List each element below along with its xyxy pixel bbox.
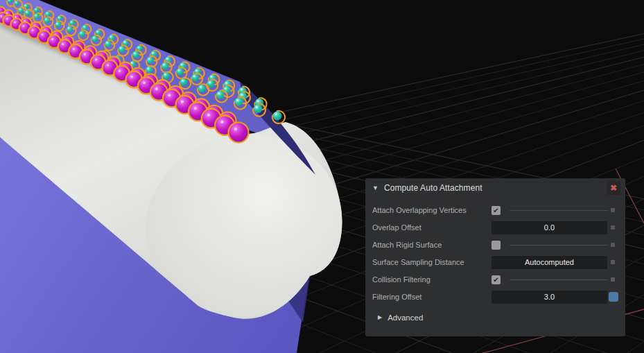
filtering-offset-field[interactable]: 3.0 — [491, 291, 607, 304]
attach-overlapping-vertices-checkbox[interactable]: ✔ — [491, 206, 501, 215]
overlap-offset-field[interactable]: 0.0 — [491, 221, 607, 234]
attach-rigid-surface-checkbox[interactable] — [491, 241, 501, 250]
row-label: Surface Sampling Distance — [372, 254, 464, 271]
reset-default-button[interactable] — [611, 243, 615, 247]
collision-filtering-checkbox[interactable]: ✔ — [491, 275, 501, 284]
row-label: Collision Filtering — [372, 271, 430, 289]
row-label: Filtering Offset — [372, 289, 421, 306]
row-label: Attach Rigid Surface — [372, 236, 442, 254]
row-label: Overlap Offset — [372, 219, 421, 236]
row-attach-rigid-surface: Attach Rigid Surface — [372, 236, 618, 254]
collapse-icon[interactable]: ▼ — [372, 184, 378, 191]
check-icon: ✔ — [491, 206, 501, 215]
row-overlap-offset: Overlap Offset 0.0 — [372, 219, 618, 236]
surface-sampling-distance-field[interactable]: Autocomputed — [491, 256, 607, 269]
slider-track — [510, 245, 608, 246]
check-icon: ✔ — [491, 275, 501, 284]
reset-default-button[interactable] — [611, 208, 615, 212]
slider-track — [510, 210, 608, 211]
panel-title: Compute Auto Attachment — [384, 183, 482, 193]
color-swatch[interactable] — [609, 292, 618, 302]
physx-viewport-window: ▼ Compute Auto Attachment ✖ Attach Overl… — [0, 0, 644, 353]
row-filtering-offset: Filtering Offset 3.0 — [372, 289, 618, 306]
row-label: Attach Overlapping Vertices — [372, 202, 467, 219]
panel-header[interactable]: ▼ Compute Auto Attachment — [372, 180, 482, 196]
reset-default-button[interactable] — [611, 260, 615, 264]
compute-auto-attachment-panel: ▼ Compute Auto Attachment ✖ Attach Overl… — [365, 178, 625, 336]
advanced-label: Advanced — [388, 313, 423, 322]
row-collision-filtering: Collision Filtering ✔ — [372, 271, 618, 289]
close-button[interactable]: ✖ — [607, 181, 620, 195]
slider-track — [510, 279, 608, 280]
expand-icon: ▶ — [378, 314, 382, 320]
row-surface-sampling-distance: Surface Sampling Distance Autocomputed — [372, 254, 618, 271]
reset-default-button[interactable] — [611, 277, 615, 282]
advanced-section-toggle[interactable]: ▶ Advanced — [378, 309, 423, 326]
reset-default-button[interactable] — [611, 225, 615, 230]
row-attach-overlapping-vertices: Attach Overlapping Vertices ✔ — [372, 202, 618, 219]
